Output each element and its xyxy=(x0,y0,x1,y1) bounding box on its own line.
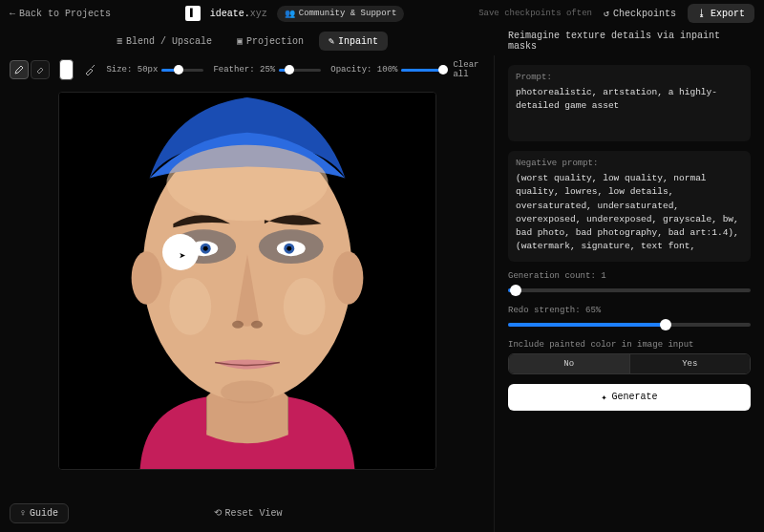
panel-heading: Reimagine texture details via inpaint ma… xyxy=(495,31,764,52)
negative-prompt-block: Negative prompt: (worst quality, low qua… xyxy=(508,151,751,262)
save-hint: Save checkpoints often xyxy=(478,9,592,18)
generate-label: Generate xyxy=(612,392,658,402)
svg-point-16 xyxy=(169,278,211,335)
eraser-tool-button[interactable] xyxy=(31,60,50,79)
prompt-textarea[interactable]: photorealistic, artstation, a highly-det… xyxy=(516,86,743,134)
brush-size-slider[interactable] xyxy=(161,65,203,74)
cursor-icon: ➤ xyxy=(180,249,186,264)
brush-icon: ✎ xyxy=(329,35,334,47)
community-support-button[interactable]: 👥 Community & Support xyxy=(277,6,405,22)
lightbulb-icon: ♀ xyxy=(20,508,26,519)
include-color-toggle: No Yes xyxy=(508,353,751,374)
app-logo: ▌ xyxy=(185,6,201,21)
color-swatch[interactable] xyxy=(59,59,74,80)
svg-point-14 xyxy=(250,321,262,329)
generation-count-slider[interactable] xyxy=(508,285,751,296)
svg-point-4 xyxy=(166,145,328,222)
export-button[interactable]: ⭳ Export xyxy=(688,4,754,23)
prompt-label: Prompt: xyxy=(516,73,743,82)
toggle-option-no[interactable]: No xyxy=(509,354,630,373)
toggle-option-yes[interactable]: Yes xyxy=(630,354,751,373)
arrow-left-icon: ← xyxy=(10,9,15,19)
sparkle-icon: ✦ xyxy=(601,392,606,403)
negative-prompt-label: Negative prompt: xyxy=(516,159,743,168)
export-label: Export xyxy=(711,9,745,19)
character-render xyxy=(59,93,435,469)
svg-point-2 xyxy=(131,251,161,305)
opacity-slider[interactable] xyxy=(401,65,443,74)
generate-button[interactable]: ✦ Generate xyxy=(508,384,751,411)
community-label: Community & Support xyxy=(299,9,397,18)
svg-point-17 xyxy=(283,278,325,335)
generation-count-label: Generation count: 1 xyxy=(508,271,751,281)
svg-point-15 xyxy=(221,380,274,403)
cube-icon: ▣ xyxy=(237,35,243,47)
app-name: ideate.xyz xyxy=(210,9,267,19)
eyedropper-button[interactable] xyxy=(83,63,96,76)
prompt-block: Prompt: photorealistic, artstation, a hi… xyxy=(508,65,751,141)
feather-label: Feather: 25% xyxy=(213,65,275,74)
guide-button[interactable]: ♀ Guide xyxy=(10,503,69,523)
negative-prompt-textarea[interactable]: (worst quality, low quality, normal qual… xyxy=(516,172,743,254)
svg-point-3 xyxy=(332,251,363,305)
download-icon: ⭳ xyxy=(697,8,707,19)
layers-icon: ≣ xyxy=(117,35,122,47)
redo-strength-label: Redo strength: 65% xyxy=(508,306,751,315)
tab-blend-upscale[interactable]: ≣ Blend / Upscale xyxy=(107,32,222,51)
eraser-icon xyxy=(35,65,45,74)
checkpoints-label: Checkpoints xyxy=(613,9,676,19)
redo-strength-slider[interactable] xyxy=(508,319,751,330)
brush-tool-button[interactable] xyxy=(10,60,29,79)
reset-view-label: Reset View xyxy=(225,508,283,519)
include-color-label: Include painted color in image input xyxy=(508,340,751,350)
svg-point-9 xyxy=(202,246,207,251)
viewport-canvas[interactable]: ➤ xyxy=(58,92,436,470)
discord-icon: 👥 xyxy=(285,9,295,19)
guide-label: Guide xyxy=(30,508,58,519)
feather-slider[interactable] xyxy=(279,65,321,74)
link-icon: ⟲ xyxy=(214,507,222,519)
back-label: Back to Projects xyxy=(19,9,111,19)
back-to-projects-button[interactable]: ← Back to Projects xyxy=(10,9,111,19)
tab-projection[interactable]: ▣ Projection xyxy=(227,32,313,51)
eyedropper-icon xyxy=(83,63,96,76)
checkpoints-button[interactable]: ↺ Checkpoints xyxy=(604,8,676,19)
clear-all-button[interactable]: Clear all xyxy=(453,60,484,79)
reset-view-button[interactable]: ⟲ Reset View xyxy=(214,507,283,519)
svg-point-12 xyxy=(286,246,291,251)
history-icon: ↺ xyxy=(604,8,609,19)
tab-inpaint[interactable]: ✎ Inpaint xyxy=(319,32,388,51)
tab-label: Inpaint xyxy=(338,36,378,47)
svg-point-13 xyxy=(232,321,244,329)
size-label: Size: 50px xyxy=(106,65,158,74)
opacity-label: Opacity: 100% xyxy=(330,65,397,74)
tab-label: Projection xyxy=(246,36,304,47)
pencil-icon xyxy=(14,65,24,74)
tab-label: Blend / Upscale xyxy=(126,36,212,47)
